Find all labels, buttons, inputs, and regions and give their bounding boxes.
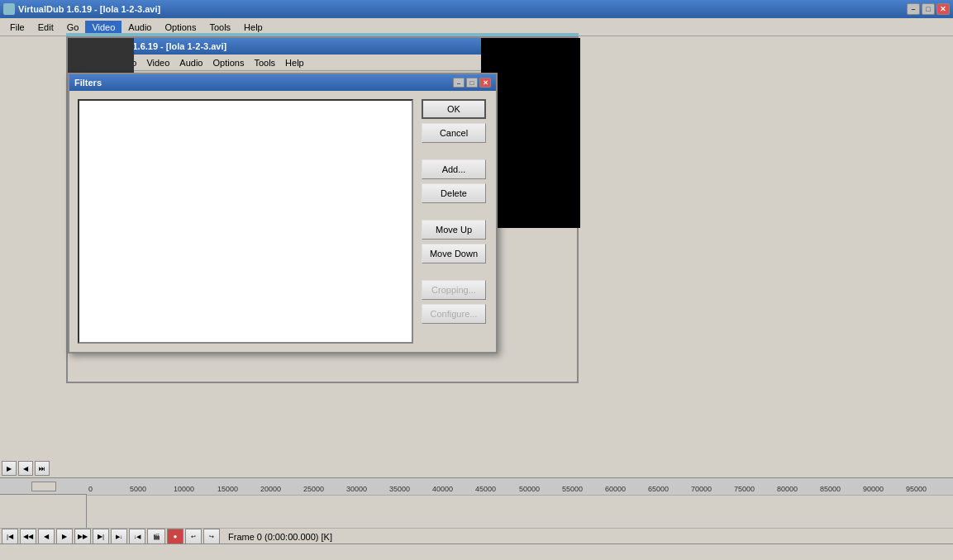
timeline-bottom-controls: |◀ ◀◀ ◀ ▶ ▶▶ ▶| ▶↓ ↓◀ 🎬 ● ↩ ↪ Frame 0 (0…	[0, 528, 953, 544]
background-app: VirtualDub 1.6.19 - [lola 1-2-3.avi] – □…	[0, 0, 953, 560]
ruler-55000: 55000	[562, 485, 583, 493]
tool-btn-2[interactable]: ◀	[18, 461, 33, 476]
mini-scrollbar[interactable]	[0, 478, 87, 495]
cropping-button[interactable]: Cropping...	[422, 280, 486, 300]
tl-btn-10[interactable]: ↩	[185, 529, 202, 545]
ruler-30000: 30000	[346, 485, 367, 493]
ruler-5000: 5000	[130, 485, 146, 493]
bg-menu-video[interactable]: Video	[85, 21, 122, 34]
button-spacer-2	[422, 207, 488, 216]
filters-titlebar-buttons: – □ ✕	[453, 78, 491, 88]
ruler-95000: 95000	[906, 485, 927, 493]
timeline-ruler: 0 5000 10000 15000 20000 25000 30000 350…	[87, 478, 953, 495]
tl-btn-next2[interactable]: ▶▶	[74, 529, 91, 545]
status-bar	[0, 543, 953, 560]
tl-btn-end[interactable]: ▶|	[93, 529, 109, 545]
move-down-button[interactable]: Move Down	[422, 244, 486, 263]
filters-titlebar: Filters – □ ✕	[69, 74, 496, 91]
filters-dialog: Filters – □ ✕ OK Cancel Add... Delete Mo…	[68, 73, 498, 354]
bg-menu-file[interactable]: File	[3, 21, 31, 34]
bg-menu-options[interactable]: Options	[158, 21, 203, 34]
ruler-90000: 90000	[863, 485, 884, 493]
inner-menu-options[interactable]: Options	[207, 57, 249, 69]
inner-menu-video[interactable]: Video	[141, 57, 174, 69]
bg-maximize-button[interactable]: □	[922, 3, 935, 15]
tool-btn-1[interactable]: ▶	[2, 461, 17, 476]
ruler-65000: 65000	[648, 485, 669, 493]
timeline-left-controls	[0, 478, 87, 528]
filters-title: Filters	[74, 78, 102, 88]
bg-menu-help[interactable]: Help	[237, 21, 269, 34]
app-icon	[3, 3, 15, 15]
filters-body: OK Cancel Add... Delete Move Up Move Dow…	[69, 91, 496, 352]
inner-menu-audio[interactable]: Audio	[174, 57, 207, 69]
tl-btn-7[interactable]: ↓◀	[129, 529, 145, 545]
move-up-button[interactable]: Move Up	[422, 220, 486, 240]
tl-btn-start[interactable]: |◀	[2, 529, 18, 545]
bg-menu-go[interactable]: Go	[60, 21, 86, 34]
ruler-25000: 25000	[303, 485, 324, 493]
bg-titlebar: VirtualDub 1.6.19 - [lola 1-2-3.avi] – □…	[0, 0, 953, 18]
inner-menu-help[interactable]: Help	[280, 57, 309, 69]
button-spacer-1	[422, 147, 488, 155]
ruler-35000: 35000	[389, 485, 410, 493]
bg-titlebar-buttons: – □ ✕	[907, 3, 950, 15]
tl-btn-next[interactable]: ▶	[56, 529, 73, 545]
ruler-15000: 15000	[217, 485, 238, 493]
bg-menu-edit[interactable]: Edit	[31, 21, 60, 34]
bg-menu-tools[interactable]: Tools	[203, 21, 237, 34]
filters-maximize-button[interactable]: □	[466, 78, 478, 88]
add-button[interactable]: Add...	[422, 159, 486, 179]
ruler-10000: 10000	[174, 485, 194, 493]
bg-titlebar-title: VirtualDub 1.6.19 - [lola 1-2-3.avi]	[3, 3, 160, 15]
bg-close-button[interactable]: ✕	[936, 3, 950, 15]
tool-btn-3[interactable]: ⏭	[35, 461, 50, 476]
ruler-70000: 70000	[691, 485, 712, 493]
delete-button[interactable]: Delete	[422, 183, 486, 203]
button-spacer-3	[422, 268, 488, 276]
tl-btn-prev2[interactable]: ◀	[38, 529, 55, 545]
ruler-0: 0	[88, 485, 93, 493]
timeline-track	[87, 495, 953, 528]
tl-btn-9[interactable]: ●	[167, 529, 183, 545]
tl-btn-8[interactable]: 🎬	[147, 529, 165, 545]
ruler-content: 0 5000 10000 15000 20000 25000 30000 350…	[87, 478, 953, 495]
ruler-20000: 20000	[260, 485, 281, 493]
bottom-toolbar: ▶ ◀ ⏭	[0, 458, 66, 479]
tl-btn-11[interactable]: ↪	[203, 529, 220, 545]
tl-btn-6[interactable]: ▶↓	[111, 529, 127, 545]
ruler-40000: 40000	[432, 485, 453, 493]
ruler-50000: 50000	[519, 485, 540, 493]
timeline-area: 0 5000 10000 15000 20000 25000 30000 350…	[0, 477, 953, 543]
inner-menu-tools[interactable]: Tools	[249, 57, 280, 69]
ruler-80000: 80000	[777, 485, 798, 493]
frame-display: Frame 0 (0:00:00.000) [K]	[228, 532, 332, 542]
cancel-button[interactable]: Cancel	[422, 123, 486, 143]
ruler-85000: 85000	[820, 485, 841, 493]
bg-minimize-button[interactable]: –	[907, 3, 920, 15]
filters-close-button[interactable]: ✕	[479, 78, 491, 88]
ruler-75000: 75000	[734, 485, 755, 493]
configure-button[interactable]: Configure...	[422, 304, 486, 324]
ruler-60000: 60000	[605, 485, 626, 493]
ruler-45000: 45000	[475, 485, 496, 493]
bg-window-title: VirtualDub 1.6.19 - [lola 1-2-3.avi]	[18, 4, 160, 14]
filters-button-panel: OK Cancel Add... Delete Move Up Move Dow…	[422, 99, 488, 344]
mini-scroll-thumb[interactable]	[31, 482, 56, 491]
filters-minimize-button[interactable]: –	[453, 78, 465, 88]
filters-list[interactable]	[78, 99, 413, 344]
bg-menu-audio[interactable]: Audio	[122, 21, 158, 34]
tl-btn-prev[interactable]: ◀◀	[20, 529, 36, 545]
ok-button[interactable]: OK	[422, 99, 486, 119]
